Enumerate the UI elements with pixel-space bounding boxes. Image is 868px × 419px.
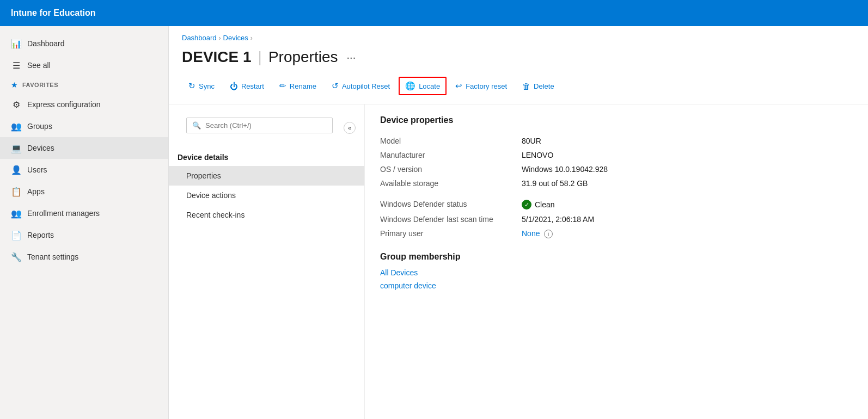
left-nav-properties[interactable]: Properties bbox=[169, 166, 364, 186]
main-content: Dashboard › Devices › DEVICE 1 | Propert… bbox=[169, 26, 868, 419]
delete-button[interactable]: 🗑 Delete bbox=[516, 77, 561, 95]
group-link-all-devices[interactable]: All Devices bbox=[380, 268, 853, 277]
sidebar-label-devices: Devices bbox=[27, 144, 54, 152]
left-nav-search-container: 🔍 bbox=[186, 118, 333, 133]
favorites-label: FAVORITES bbox=[22, 82, 58, 88]
dashboard-icon: 📊 bbox=[11, 38, 22, 49]
rename-label: Rename bbox=[290, 82, 316, 90]
sidebar-item-dashboard[interactable]: 📊 Dashboard bbox=[0, 33, 168, 54]
sidebar-item-see-all[interactable]: ☰ See all bbox=[0, 54, 168, 76]
breadcrumb-devices[interactable]: Devices bbox=[223, 34, 248, 42]
defender-status-value: ✓ Clean bbox=[522, 197, 853, 212]
storage-value: 31.9 out of 58.2 GB bbox=[522, 176, 853, 190]
page-title-divider: | bbox=[258, 48, 262, 66]
scan-time-value: 5/1/2021, 2:06:18 AM bbox=[522, 212, 853, 226]
autopilot-reset-button[interactable]: ↺ Autopilot Reset bbox=[325, 77, 396, 95]
autopilot-reset-icon: ↺ bbox=[332, 81, 339, 91]
left-nav-collapse-button[interactable]: « bbox=[344, 122, 356, 134]
storage-label: Available storage bbox=[380, 176, 522, 190]
factory-reset-button[interactable]: ↩ Factory reset bbox=[449, 77, 514, 95]
model-value: 80UR bbox=[522, 134, 853, 148]
search-icon: 🔍 bbox=[192, 121, 201, 130]
sidebar-item-groups[interactable]: 👥 Groups bbox=[0, 115, 168, 137]
sidebar-label-reports: Reports bbox=[27, 231, 54, 239]
rename-button[interactable]: ✏ Rename bbox=[273, 77, 323, 95]
tenant-icon: 🔧 bbox=[11, 251, 22, 262]
sync-icon: ↻ bbox=[188, 81, 195, 91]
sidebar-label-see-all: See all bbox=[27, 61, 51, 70]
sidebar-label-groups: Groups bbox=[27, 122, 52, 131]
primary-user-link[interactable]: None bbox=[522, 229, 540, 238]
info-icon[interactable]: i bbox=[544, 230, 553, 238]
sidebar-item-apps[interactable]: 📋 Apps bbox=[0, 181, 168, 202]
table-row: Primary user None i bbox=[380, 226, 853, 241]
autopilot-reset-label: Autopilot Reset bbox=[342, 82, 390, 90]
express-config-icon: ⚙ bbox=[11, 99, 22, 110]
spacer-row bbox=[380, 190, 853, 197]
right-detail: Device properties Model 80UR Manufacture… bbox=[365, 104, 868, 419]
breadcrumb-dashboard[interactable]: Dashboard bbox=[182, 34, 217, 42]
restart-icon: ⏻ bbox=[230, 82, 238, 91]
groups-icon: 👥 bbox=[11, 121, 22, 132]
factory-reset-label: Factory reset bbox=[466, 82, 507, 90]
page-title-section: Properties bbox=[268, 48, 338, 66]
table-row: Windows Defender status ✓ Clean bbox=[380, 197, 853, 212]
device-properties-table: Model 80UR Manufacturer LENOVO OS / vers… bbox=[380, 134, 853, 241]
favorites-section: ★ FAVORITES bbox=[0, 76, 168, 94]
app-title: Intune for Education bbox=[11, 8, 96, 18]
primary-user-label: Primary user bbox=[380, 226, 522, 241]
sidebar-label-tenant-settings: Tenant settings bbox=[27, 252, 78, 261]
table-row: Available storage 31.9 out of 58.2 GB bbox=[380, 176, 853, 190]
list-icon: ☰ bbox=[11, 60, 22, 71]
model-label: Model bbox=[380, 134, 522, 148]
table-row: Windows Defender last scan time 5/1/2021… bbox=[380, 212, 853, 226]
manufacturer-label: Manufacturer bbox=[380, 148, 522, 162]
device-properties-title: Device properties bbox=[380, 115, 853, 125]
sidebar-label-express-config: Express configuration bbox=[27, 100, 101, 109]
breadcrumb-sep-2: › bbox=[250, 34, 253, 42]
sidebar-item-enrollment-managers[interactable]: 👥 Enrollment managers bbox=[0, 202, 168, 224]
search-input[interactable] bbox=[205, 121, 327, 130]
sidebar-item-users[interactable]: 👤 Users bbox=[0, 159, 168, 181]
breadcrumb-sep-1: › bbox=[219, 34, 221, 42]
sidebar-label-enrollment-managers: Enrollment managers bbox=[27, 209, 100, 218]
primary-user-value: None i bbox=[522, 226, 853, 241]
sync-button[interactable]: ↻ Sync bbox=[182, 77, 221, 95]
locate-label: Locate bbox=[419, 82, 440, 90]
group-link-computer-device[interactable]: computer device bbox=[380, 281, 853, 290]
sidebar-item-reports[interactable]: 📄 Reports bbox=[0, 224, 168, 246]
table-row: Model 80UR bbox=[380, 134, 853, 148]
star-icon: ★ bbox=[11, 81, 18, 89]
sidebar-item-express-config[interactable]: ⚙ Express configuration bbox=[0, 94, 168, 115]
left-nav-device-actions[interactable]: Device actions bbox=[169, 186, 364, 205]
sidebar-item-tenant-settings[interactable]: 🔧 Tenant settings bbox=[0, 246, 168, 268]
more-options-button[interactable]: ··· bbox=[347, 51, 356, 64]
action-toolbar: ↻ Sync ⏻ Restart ✏ Rename ↺ Autopilot Re… bbox=[169, 75, 868, 104]
topbar: Intune for Education bbox=[0, 0, 868, 26]
group-membership-title: Group membership bbox=[380, 252, 853, 262]
restart-button[interactable]: ⏻ Restart bbox=[223, 77, 271, 95]
left-nav-device-actions-label: Device actions bbox=[186, 191, 236, 200]
page-title-device: DEVICE 1 bbox=[182, 48, 252, 66]
left-nav-recent-check-ins[interactable]: Recent check-ins bbox=[169, 205, 364, 225]
enrollment-icon: 👥 bbox=[11, 208, 22, 219]
left-nav: 🔍 « Device details Properties Device act… bbox=[169, 104, 365, 419]
factory-reset-icon: ↩ bbox=[455, 81, 462, 91]
sidebar-item-devices[interactable]: 💻 Devices bbox=[0, 137, 168, 159]
locate-button[interactable]: 🌐 Locate bbox=[399, 77, 447, 95]
clean-label: Clean bbox=[535, 200, 555, 209]
sync-label: Sync bbox=[199, 82, 215, 90]
apps-icon: 📋 bbox=[11, 186, 22, 197]
table-row: OS / version Windows 10.0.19042.928 bbox=[380, 162, 853, 176]
os-version-value: Windows 10.0.19042.928 bbox=[522, 162, 853, 176]
defender-status-label: Windows Defender status bbox=[380, 197, 522, 212]
status-clean-container: ✓ Clean bbox=[522, 200, 853, 210]
scan-time-label: Windows Defender last scan time bbox=[380, 212, 522, 226]
left-nav-properties-label: Properties bbox=[186, 171, 221, 180]
locate-icon: 🌐 bbox=[405, 81, 415, 91]
reports-icon: 📄 bbox=[11, 230, 22, 241]
sidebar: 📊 Dashboard ☰ See all ★ FAVORITES ⚙ Expr… bbox=[0, 26, 169, 419]
os-version-label: OS / version bbox=[380, 162, 522, 176]
manufacturer-value: LENOVO bbox=[522, 148, 853, 162]
page-header: DEVICE 1 | Properties ··· bbox=[169, 44, 868, 75]
